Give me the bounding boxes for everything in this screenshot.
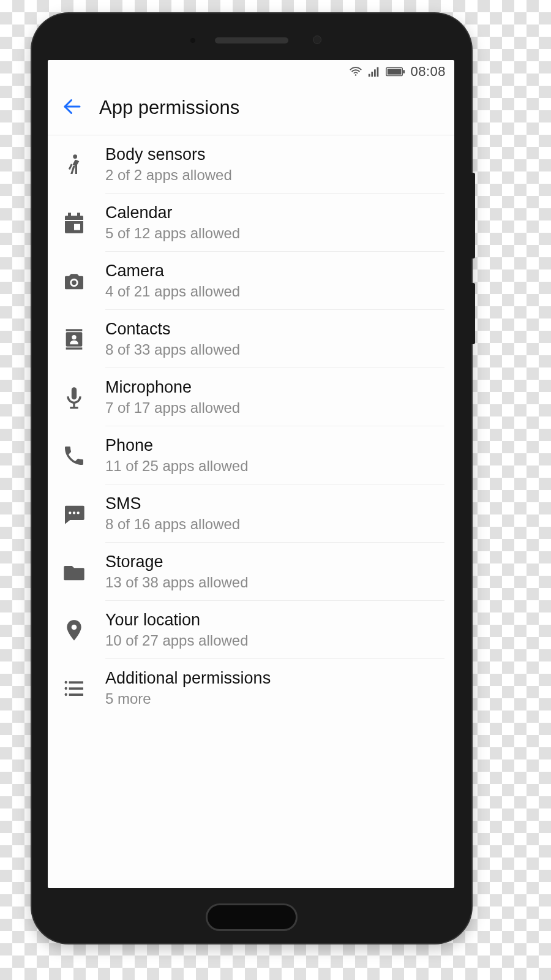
phone-icon bbox=[60, 442, 88, 470]
volume-button bbox=[471, 173, 475, 258]
permission-title: Phone bbox=[105, 436, 249, 455]
svg-point-8 bbox=[73, 154, 77, 159]
location-icon bbox=[60, 616, 88, 644]
permission-subtitle: 4 of 21 apps allowed bbox=[105, 283, 240, 300]
permission-title: SMS bbox=[105, 494, 240, 513]
permission-title: Microphone bbox=[105, 378, 240, 397]
status-bar: 08:08 bbox=[48, 60, 454, 83]
svg-point-24 bbox=[73, 511, 75, 514]
permission-row-sms[interactable]: SMS 8 of 16 apps allowed bbox=[58, 484, 444, 543]
svg-point-25 bbox=[77, 511, 80, 514]
permission-subtitle: 13 of 38 apps allowed bbox=[105, 574, 249, 591]
svg-rect-13 bbox=[65, 220, 83, 221]
svg-point-15 bbox=[72, 280, 77, 285]
permission-subtitle: 5 more bbox=[105, 690, 271, 707]
permission-row-microphone[interactable]: Microphone 7 of 17 apps allowed bbox=[58, 368, 444, 426]
svg-point-27 bbox=[65, 680, 67, 683]
permission-row-calendar[interactable]: Calendar 5 of 12 apps allowed bbox=[58, 194, 444, 252]
svg-rect-16 bbox=[66, 329, 83, 331]
phone-speaker bbox=[215, 37, 288, 43]
status-time: 08:08 bbox=[410, 64, 446, 80]
permission-row-additional[interactable]: Additional permissions 5 more bbox=[58, 659, 444, 717]
svg-rect-21 bbox=[73, 402, 75, 407]
permission-row-location[interactable]: Your location 10 of 27 apps allowed bbox=[58, 601, 444, 659]
permission-title: Body sensors bbox=[105, 145, 232, 164]
svg-point-0 bbox=[355, 74, 357, 76]
permission-title: Camera bbox=[105, 262, 240, 281]
svg-point-31 bbox=[65, 693, 67, 695]
permission-subtitle: 7 of 17 apps allowed bbox=[105, 399, 240, 417]
permission-title: Additional permissions bbox=[105, 669, 271, 688]
svg-point-26 bbox=[72, 624, 77, 630]
permission-subtitle: 11 of 25 apps allowed bbox=[105, 458, 249, 475]
permission-title: Calendar bbox=[105, 203, 240, 222]
svg-rect-11 bbox=[77, 213, 80, 217]
body-sensors-icon bbox=[60, 151, 88, 179]
sms-icon bbox=[60, 500, 88, 528]
svg-rect-7 bbox=[403, 70, 405, 74]
battery-icon bbox=[386, 67, 405, 77]
signal-icon bbox=[367, 65, 381, 78]
svg-rect-6 bbox=[388, 69, 402, 74]
phone-frame: 08:08 App permissions bbox=[32, 13, 471, 943]
svg-rect-32 bbox=[69, 693, 83, 696]
permission-title: Contacts bbox=[105, 320, 240, 339]
svg-rect-1 bbox=[369, 74, 370, 77]
svg-rect-12 bbox=[74, 224, 80, 230]
screen: 08:08 App permissions bbox=[48, 60, 454, 888]
permission-list: Body sensors 2 of 2 apps allowed Calenda… bbox=[48, 135, 454, 888]
phone-sensor bbox=[190, 38, 195, 43]
permission-subtitle: 8 of 16 apps allowed bbox=[105, 516, 240, 533]
permission-subtitle: 8 of 33 apps allowed bbox=[105, 341, 240, 358]
power-button bbox=[471, 283, 475, 344]
svg-point-29 bbox=[65, 687, 67, 689]
camera-icon bbox=[60, 267, 88, 295]
home-button[interactable] bbox=[206, 903, 298, 931]
permission-row-camera[interactable]: Camera 4 of 21 apps allowed bbox=[58, 252, 444, 310]
permission-subtitle: 2 of 2 apps allowed bbox=[105, 167, 232, 184]
svg-rect-22 bbox=[70, 407, 78, 409]
permission-row-storage[interactable]: Storage 13 of 38 apps allowed bbox=[58, 543, 444, 601]
permission-title: Storage bbox=[105, 552, 249, 571]
list-icon bbox=[60, 674, 88, 703]
storage-icon bbox=[60, 558, 88, 586]
svg-rect-4 bbox=[377, 67, 379, 77]
permission-title: Your location bbox=[105, 611, 249, 630]
permission-row-body-sensors[interactable]: Body sensors 2 of 2 apps allowed bbox=[58, 135, 444, 194]
svg-rect-3 bbox=[374, 69, 376, 77]
header: App permissions bbox=[48, 83, 454, 135]
back-button[interactable] bbox=[59, 93, 86, 123]
microphone-icon bbox=[60, 383, 88, 412]
contacts-icon bbox=[60, 325, 88, 353]
permission-row-phone[interactable]: Phone 11 of 25 apps allowed bbox=[58, 426, 444, 484]
calendar-icon bbox=[60, 209, 88, 237]
svg-rect-20 bbox=[72, 387, 77, 399]
svg-rect-10 bbox=[68, 213, 71, 217]
svg-rect-30 bbox=[69, 687, 83, 690]
svg-point-23 bbox=[69, 511, 71, 514]
permission-row-contacts[interactable]: Contacts 8 of 33 apps allowed bbox=[58, 310, 444, 368]
svg-rect-17 bbox=[66, 347, 83, 349]
phone-front-camera bbox=[313, 36, 321, 44]
svg-rect-2 bbox=[372, 72, 373, 77]
wifi-icon bbox=[349, 65, 362, 78]
permission-subtitle: 5 of 12 apps allowed bbox=[105, 225, 240, 242]
page-title: App permissions bbox=[99, 97, 239, 119]
svg-rect-28 bbox=[69, 681, 83, 684]
permission-subtitle: 10 of 27 apps allowed bbox=[105, 632, 249, 649]
svg-point-19 bbox=[72, 335, 76, 339]
